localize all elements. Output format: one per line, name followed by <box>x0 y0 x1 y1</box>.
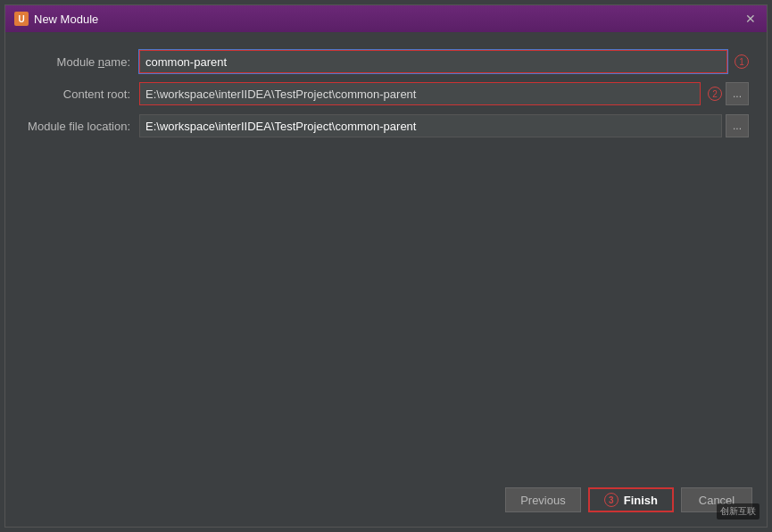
content-root-label: Content root: <box>23 87 139 101</box>
module-name-row: Module name: 1 <box>23 50 749 73</box>
module-file-location-label: Module file location: <box>23 120 139 133</box>
dialog-footer: Previous 3 Finish Cancel <box>5 478 767 527</box>
close-button[interactable]: ✕ <box>743 12 758 26</box>
watermark: 创新互联 <box>717 503 760 520</box>
title-bar: U New Module ✕ <box>5 5 767 32</box>
content-root-input[interactable] <box>139 82 701 105</box>
app-icon: U <box>14 12 29 26</box>
module-file-location-input[interactable] <box>139 114 722 137</box>
finish-annotation: 3 <box>604 493 618 507</box>
content-root-input-wrapper: 2 ... <box>139 82 749 105</box>
finish-button[interactable]: 3 Finish <box>588 487 674 512</box>
module-name-input-wrapper: 1 <box>139 50 749 73</box>
content-root-browse-button[interactable]: ... <box>726 82 749 105</box>
previous-button[interactable]: Previous <box>505 487 581 512</box>
content-root-annotation: 2 <box>708 87 722 101</box>
title-bar-left: U New Module <box>14 12 98 26</box>
dialog-title: New Module <box>34 12 98 26</box>
dialog-body: Module name: 1 Content root: 2 ... Modul… <box>5 32 767 478</box>
module-file-location-browse-button[interactable]: ... <box>726 114 749 137</box>
module-name-label: Module name: <box>23 55 139 69</box>
new-module-dialog: U New Module ✕ Module name: 1 Content ro… <box>4 4 768 528</box>
module-file-location-input-wrapper: ... <box>139 114 749 137</box>
module-name-annotation: 1 <box>735 54 749 69</box>
finish-label: Finish <box>624 494 658 507</box>
content-root-row: Content root: 2 ... <box>23 82 749 105</box>
module-name-input[interactable] <box>139 50 727 73</box>
module-file-location-row: Module file location: ... <box>23 114 749 137</box>
